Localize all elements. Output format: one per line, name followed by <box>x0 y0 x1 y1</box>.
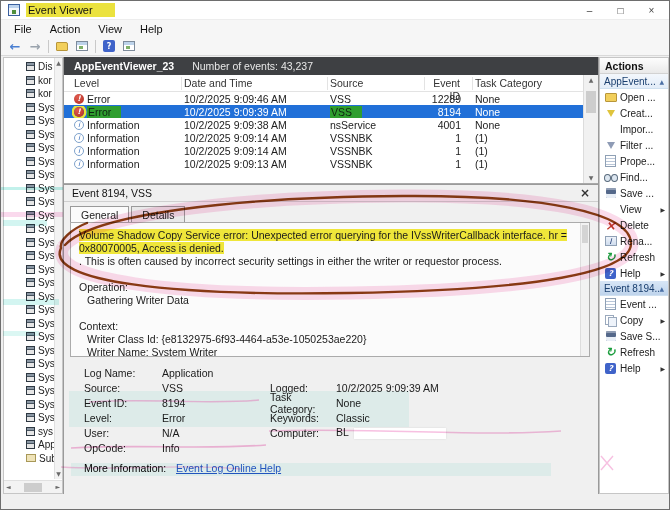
table-row[interactable]: Error 10/2/2025 9:09:46 AM VSS 12289 Non… <box>64 92 583 105</box>
action-item[interactable]: Impor... <box>600 121 668 137</box>
show-action-pane-button[interactable] <box>119 38 139 55</box>
tree-item[interactable]: Dis <box>4 60 54 74</box>
tree-item[interactable]: Sys <box>4 155 54 169</box>
level-icon <box>74 146 84 156</box>
action-item[interactable]: Event ... <box>600 296 668 312</box>
scrollbar-thumb[interactable] <box>586 91 596 113</box>
tree-item[interactable]: Sys <box>4 182 54 196</box>
tree-item-label: Sys <box>38 102 54 113</box>
tree-item[interactable]: Sys <box>4 128 54 142</box>
tree-item-label: kor <box>38 75 52 86</box>
action-item[interactable]: Help ▶ <box>600 360 668 376</box>
tree-item[interactable]: Sys <box>4 290 54 304</box>
tree-item[interactable]: Sys <box>4 384 54 398</box>
actions-section-header-event[interactable]: Event 8194... ▲ <box>600 281 668 296</box>
tree-item[interactable]: Sys <box>4 236 54 250</box>
menu-item[interactable]: File <box>5 23 41 35</box>
open-saved-log-button[interactable] <box>52 38 72 55</box>
tab-general[interactable]: General <box>70 206 129 223</box>
back-button[interactable]: ← <box>5 38 25 55</box>
tree-item[interactable]: Sys <box>4 330 54 344</box>
table-row[interactable]: Information 10/2/2025 9:09:13 AM VSSNBK … <box>64 157 583 170</box>
tree-item[interactable]: Sys <box>4 195 54 209</box>
help-button[interactable]: ? <box>99 38 119 55</box>
tree-item[interactable]: Sys <box>4 222 54 236</box>
action-item[interactable]: Refresh <box>600 249 668 265</box>
table-row[interactable]: Information 10/2/2025 9:09:38 AM nsServi… <box>64 118 583 131</box>
scroll-left-icon[interactable]: ◄ <box>6 482 11 492</box>
scroll-right-icon[interactable]: ► <box>55 482 60 492</box>
tree-item[interactable]: kor <box>4 87 54 101</box>
scroll-down-icon[interactable]: ▼ <box>56 469 61 479</box>
action-item[interactable]: Copy ▶ <box>600 312 668 328</box>
tree-item[interactable]: Sys <box>4 276 54 290</box>
event-log-online-help-link[interactable]: Event Log Online Help <box>176 462 281 474</box>
action-item[interactable]: Rena... <box>600 233 668 249</box>
tree-item[interactable]: Subscr <box>4 452 54 466</box>
tree-item[interactable]: Sys <box>4 101 54 115</box>
tab-details[interactable]: Details <box>131 206 185 222</box>
tree-item[interactable]: Sys <box>4 357 54 371</box>
scroll-up-icon[interactable]: ▲ <box>589 75 594 85</box>
sidebar-vertical-scrollbar[interactable]: ▲ ▼ <box>54 58 62 479</box>
table-row[interactable]: Information 10/2/2025 9:09:14 AM VSSNBK … <box>64 131 583 144</box>
collapse-icon[interactable]: ▲ <box>659 285 664 292</box>
action-item[interactable]: Save S... <box>600 328 668 344</box>
message-scrollbar[interactable] <box>580 223 589 356</box>
column-header-level[interactable]: Level <box>72 77 182 90</box>
menu-item[interactable]: Action <box>41 23 90 35</box>
tree-item[interactable]: Sys <box>4 168 54 182</box>
tree-item[interactable]: Sys <box>4 303 54 317</box>
action-item[interactable]: Creat... <box>600 105 668 121</box>
log-file-icon <box>26 170 35 179</box>
collapse-icon[interactable]: ▲ <box>659 78 664 85</box>
action-item[interactable]: Find... <box>600 169 668 185</box>
table-row[interactable]: Information 10/2/2025 9:09:14 AM VSSNBK … <box>64 144 583 157</box>
column-header-taskcategory[interactable]: Task Category <box>473 77 598 90</box>
forward-button[interactable]: → <box>25 38 45 55</box>
menu-item[interactable]: View <box>89 23 131 35</box>
column-header-eventid[interactable]: Event ID <box>425 77 473 90</box>
table-vertical-scrollbar[interactable]: ▲ ▼ <box>583 75 598 183</box>
tree-item[interactable]: Sys <box>4 344 54 358</box>
minimize-button[interactable]: – <box>574 1 605 20</box>
tree-item[interactable]: Sys <box>4 141 54 155</box>
tree-item[interactable]: App <box>4 438 54 452</box>
tree-item[interactable]: Sys <box>4 317 54 331</box>
action-item[interactable]: View ▶ <box>600 201 668 217</box>
task-category-cell: (1) <box>473 158 583 170</box>
scrollbar-thumb[interactable] <box>24 483 42 492</box>
tree-item[interactable]: kor <box>4 74 54 88</box>
tree-item[interactable]: Sys <box>4 114 54 128</box>
table-row[interactable]: Error 10/2/2025 9:09:39 AM VSS 8194 None <box>64 105 583 118</box>
tree-item[interactable]: Sys <box>4 263 54 277</box>
tree-item[interactable]: sys <box>4 425 54 439</box>
action-icon <box>604 330 617 342</box>
actions-section-header-log[interactable]: AppEvent... ▲ <box>600 74 668 89</box>
sidebar-horizontal-scrollbar[interactable]: ◄ ► <box>4 480 62 493</box>
action-icon <box>604 362 617 374</box>
tree-item[interactable]: Sys <box>4 249 54 263</box>
action-item[interactable]: Save ... <box>600 185 668 201</box>
action-item[interactable]: Delete <box>600 217 668 233</box>
action-item[interactable]: Filter ... <box>600 137 668 153</box>
column-header-datetime[interactable]: Date and Time <box>182 77 328 90</box>
action-item[interactable]: Prope... <box>600 153 668 169</box>
action-item[interactable]: Open ... <box>600 89 668 105</box>
column-header-source[interactable]: Source <box>328 77 425 90</box>
tree-item[interactable]: Sys <box>4 209 54 223</box>
action-item[interactable]: Refresh <box>600 344 668 360</box>
tree-item[interactable]: Sys <box>4 411 54 425</box>
menu-item[interactable]: Help <box>131 23 172 35</box>
log-file-icon <box>26 319 35 328</box>
tree-item[interactable]: Sys <box>4 371 54 385</box>
event-viewer-window: Event Viewer – □ × FileActionViewHelp ← … <box>0 0 670 510</box>
close-button[interactable]: × <box>636 1 667 20</box>
show-console-tree-button[interactable] <box>72 38 92 55</box>
scroll-down-icon[interactable]: ▼ <box>589 173 594 183</box>
action-item[interactable]: Help ▶ <box>600 265 668 281</box>
close-detail-icon[interactable]: × <box>580 186 590 200</box>
maximize-button[interactable]: □ <box>605 1 636 20</box>
tree-item[interactable]: Sys <box>4 398 54 412</box>
scroll-up-icon[interactable]: ▲ <box>56 58 61 68</box>
